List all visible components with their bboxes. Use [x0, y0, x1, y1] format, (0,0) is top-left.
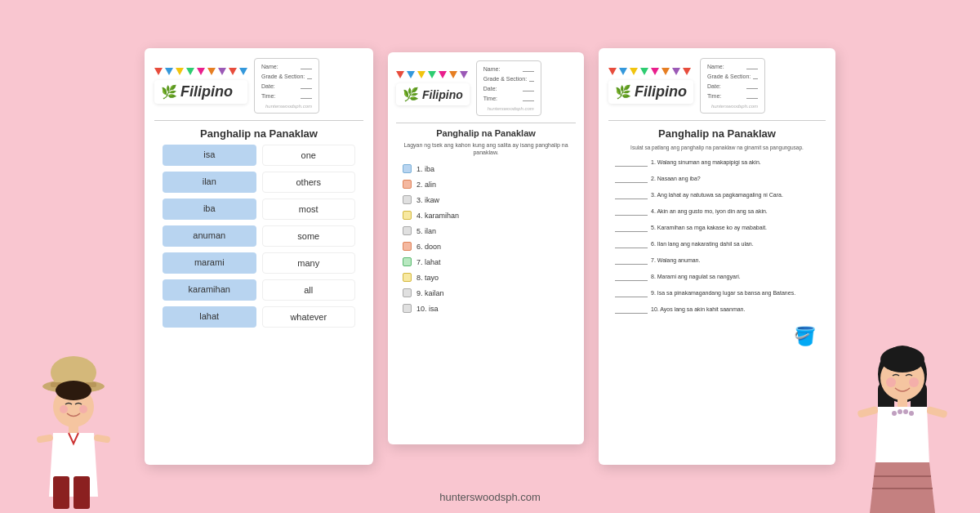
checklist-item-6: 6. doon: [403, 242, 569, 251]
sentence-text-10: 10. Ayos lang sa akin kahit saanman.: [651, 306, 745, 314]
form-field-time-m: Time:: [483, 95, 534, 101]
checklist-label-6: 6. doon: [416, 243, 441, 251]
flag-r3: [630, 68, 638, 75]
logo-text-middle: Filipino: [422, 88, 463, 101]
sentence-text-5: 5. Karamihan sa mga kakase ko ay mababai…: [651, 224, 767, 232]
underline-name-r: [746, 63, 758, 69]
flag-7: [218, 68, 226, 75]
plant-icon-middle: 🌿: [403, 87, 419, 102]
checkbox-5[interactable]: [403, 226, 412, 235]
sentence-item-9: 9. Isa sa pinakamagandang lugar sa bansa…: [615, 289, 819, 297]
blank-2: [615, 175, 648, 183]
checkbox-10[interactable]: [403, 304, 412, 313]
worksheet-left: 🌿 Filipino Name: Grade & Section:: [145, 48, 373, 465]
flag-r4: [640, 68, 648, 75]
svg-rect-19: [898, 399, 907, 407]
label-grade-left: Grade & Section:: [261, 74, 305, 79]
form-field-name-r: Name:: [707, 63, 758, 69]
character-left: [24, 333, 122, 513]
checklist-item-3: 3. ikaw: [403, 195, 569, 204]
sentence-text-9: 9. Isa sa pinakamagandang lugar sa bansa…: [651, 289, 795, 297]
flag-2: [165, 68, 173, 75]
flags-banner-right: [608, 68, 693, 75]
flag-9: [239, 68, 247, 75]
checklist-label-5: 5. ilan: [416, 227, 436, 235]
word-chip-marami: marami: [163, 252, 256, 274]
form-box-left: Name: Grade & Section: Date: Time:: [254, 58, 319, 114]
ws-header-right: 🌿 Filipino Name: Grade & Section:: [608, 58, 826, 114]
page-footer: hunterswoodsph.com: [439, 491, 541, 503]
checkbox-9[interactable]: [403, 288, 412, 297]
flag-m6: [449, 71, 457, 78]
flag-m5: [439, 71, 447, 78]
svg-point-4: [56, 381, 91, 400]
flag-1: [154, 68, 163, 75]
divider-middle: [396, 123, 576, 123]
footer-middle: hunterswoodsph.com: [483, 106, 534, 111]
flag-r7: [672, 68, 680, 75]
sentence-item-6: 6. Ilan lang ang nakarating dahil sa ula…: [615, 240, 819, 248]
filipino-logo-left: 🌿 Filipino: [154, 68, 247, 104]
checklist-label-4: 4. karamihan: [416, 212, 459, 220]
word-chip-most: most: [262, 199, 356, 220]
checklist-label-8: 8. tayo: [416, 274, 439, 282]
word-chip-anuman: anuman: [163, 225, 256, 247]
flag-m4: [428, 71, 436, 78]
sentence-list: 1. Walang sinuman ang makapipigi sa akin…: [608, 157, 826, 323]
blank-5: [615, 224, 648, 232]
filipino-title-box-left: 🌿 Filipino: [154, 80, 247, 104]
form-box-middle: Name: Grade & Section: Date: Time:: [476, 60, 541, 116]
form-field-grade-r: Grade & Section:: [707, 73, 758, 79]
checkbox-1[interactable]: [403, 164, 412, 173]
label-date-m: Date:: [483, 86, 520, 91]
filipino-logo-right: 🌿 Filipino: [608, 68, 693, 104]
word-chip-many: many: [262, 252, 356, 274]
underline-name-m: [523, 65, 534, 72]
filipino-logo-middle: 🌿 Filipino: [396, 71, 470, 105]
checkbox-4[interactable]: [403, 211, 412, 220]
svg-point-17: [886, 377, 896, 387]
svg-rect-10: [53, 476, 69, 509]
checklist-item-5: 5. ilan: [403, 226, 569, 235]
underline-date-r: [746, 83, 758, 89]
checkbox-3[interactable]: [403, 195, 412, 204]
blank-4: [615, 207, 648, 216]
character-right: [849, 317, 956, 513]
bucket-icon: 🪣: [794, 326, 816, 347]
blank-6: [615, 240, 648, 248]
filipino-title-box-middle: 🌿 Filipino: [396, 83, 470, 105]
checklist-label-10: 10. isa: [416, 305, 439, 313]
form-field-name-m: Name:: [483, 65, 534, 72]
flag-r2: [619, 68, 627, 75]
label-time-r: Time:: [707, 93, 744, 99]
blank-3: [615, 191, 648, 199]
word-chip-karamihan: karamihan: [163, 279, 256, 301]
flag-5: [197, 68, 205, 75]
checklist-item-9: 9. kailan: [403, 288, 569, 297]
svg-point-5: [60, 405, 68, 413]
svg-point-6: [79, 405, 87, 413]
word-chip-isa: isa: [163, 145, 256, 166]
sentence-item-8: 8. Marami ang nagulat sa nangyari.: [615, 273, 819, 281]
blank-1: [615, 158, 648, 167]
flag-4: [186, 68, 194, 75]
svg-point-21: [898, 409, 902, 414]
form-field-time-left: Time:: [261, 92, 312, 99]
svg-rect-8: [36, 434, 53, 443]
word-chip-some: some: [262, 225, 356, 247]
plant-icon-left: 🌿: [161, 84, 177, 100]
page-title-middle: Panghalip na Panaklaw: [396, 128, 576, 138]
blank-8: [615, 273, 648, 281]
sentence-item-7: 7. Walang anuman.: [615, 256, 819, 265]
checkbox-6[interactable]: [403, 242, 412, 251]
word-chip-lahat: lahat: [163, 306, 256, 328]
checklist-item-10: 10. isa: [403, 304, 569, 313]
underline-date-left: [301, 83, 312, 89]
checkbox-8[interactable]: [403, 273, 412, 282]
sentence-text-7: 7. Walang anuman.: [651, 256, 700, 265]
sentence-text-4: 4. Akin an ang gusto mo, iyon din ang sa…: [651, 207, 768, 216]
sentence-text-6: 6. Ilan lang ang nakarating dahil sa ula…: [651, 240, 754, 248]
checkbox-2[interactable]: [403, 180, 412, 189]
checkbox-7[interactable]: [403, 257, 412, 266]
form-field-date-m: Date:: [483, 85, 534, 91]
